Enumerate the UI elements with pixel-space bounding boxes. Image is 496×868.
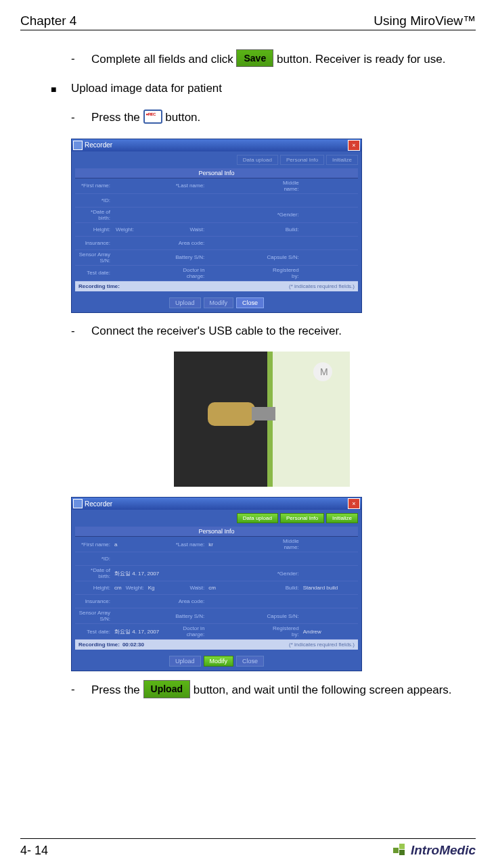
bullet-dash: - <box>71 323 91 340</box>
tab-initialize[interactable]: Initialize <box>326 513 358 523</box>
section-heading: Upload image data for patient <box>71 80 472 97</box>
company-logo: IntroMedic <box>393 843 476 858</box>
field-value: a <box>113 540 118 549</box>
field-label: Waist: <box>169 583 207 592</box>
upload-button[interactable]: Upload <box>169 297 201 308</box>
modify-button[interactable]: Modify <box>204 297 234 308</box>
svg-rect-7 <box>393 848 399 853</box>
bullet-dash: - <box>71 51 91 68</box>
page-number: 4- 14 <box>20 844 48 858</box>
field-label: Sensor Array S/N: <box>75 250 113 265</box>
tab-data-upload[interactable]: Data upload <box>237 513 278 523</box>
field-label: *ID: <box>75 554 113 563</box>
field-label: *Last name: <box>169 540 207 549</box>
field-value: kr <box>207 540 215 549</box>
instruction-text: Press the Upload button, and wait until … <box>91 681 472 699</box>
field-value: cm <box>207 583 217 592</box>
tab-data-upload[interactable]: Data upload <box>237 155 278 165</box>
field-label: *Date of birth: <box>75 566 113 581</box>
section-title: Personal Info <box>75 168 358 178</box>
upload-button[interactable]: Upload <box>169 656 201 667</box>
field-label: *Gender: <box>264 210 302 219</box>
field-label: Battery S/N: <box>169 612 207 621</box>
field-label: Area code: <box>169 239 207 247</box>
field-label: *Gender: <box>264 569 302 578</box>
field-value: cm <box>113 583 123 592</box>
close-icon[interactable]: × <box>348 140 360 151</box>
instruction-text: Press the button. <box>91 110 472 126</box>
window-icon <box>73 499 83 508</box>
svg-rect-8 <box>399 844 405 849</box>
field-label: *Date of birth: <box>75 208 113 222</box>
bullet-dash: - <box>71 110 91 126</box>
field-label: Middle name: <box>264 537 302 552</box>
svg-rect-3 <box>208 402 255 426</box>
bullet-dash: - <box>71 681 91 699</box>
upload-button[interactable]: Upload <box>143 680 190 698</box>
close-button[interactable]: Close <box>236 297 264 308</box>
page-header: Chapter 4 Using MiroView™ <box>20 14 476 30</box>
titlebar: Recorder × <box>72 498 361 510</box>
close-icon[interactable]: × <box>348 498 360 509</box>
field-label: Height: <box>75 225 113 234</box>
svg-rect-1 <box>269 352 350 487</box>
instruction-text: Connect the receiver's USB cable to the … <box>91 323 472 340</box>
field-label: Capsule S/N: <box>264 612 302 621</box>
recorder-dialog-screenshot-2: Recorder × Data upload Personal Info Ini… <box>71 497 362 671</box>
window-title: Recorder <box>85 500 112 508</box>
recording-time-label: Recording time:00:02:30 <box>78 642 144 648</box>
field-value: Kg <box>147 583 156 592</box>
field-value: 화요일 4. 17, 2007 <box>113 569 160 579</box>
field-label: Insurance: <box>75 597 113 606</box>
field-label: Middle name: <box>264 178 302 193</box>
recorder-dialog-screenshot-1: Recorder × Data upload Personal Info Ini… <box>71 139 362 313</box>
field-value: Standard build <box>302 583 340 592</box>
window-icon <box>73 141 83 150</box>
logo-icon <box>393 844 408 857</box>
field-label: Build: <box>264 225 302 234</box>
field-label: Capsule S/N: <box>264 253 302 262</box>
field-label: Test date: <box>75 627 113 636</box>
field-label: Waist: <box>169 225 207 234</box>
field-label: Test date: <box>75 268 113 277</box>
field-label: Weight: <box>123 583 147 592</box>
window-title: Recorder <box>85 141 112 149</box>
field-value: 화요일 4. 17, 2007 <box>113 627 160 637</box>
field-label: *ID: <box>75 196 113 205</box>
required-note: (* indicates required fields.) <box>289 283 355 289</box>
close-button[interactable]: Close <box>236 656 264 667</box>
logo-text: IntroMedic <box>411 843 476 858</box>
field-label: Doctor in charge: <box>169 266 207 281</box>
field-label: *First name: <box>75 181 113 190</box>
field-label: Registered by: <box>264 266 302 281</box>
titlebar: Recorder × <box>72 139 361 151</box>
recording-time-label: Recording time: <box>78 283 120 289</box>
field-label: Build: <box>264 583 302 592</box>
field-label: Weight: <box>113 225 137 234</box>
svg-rect-9 <box>399 850 405 855</box>
rec-icon[interactable] <box>143 110 162 124</box>
svg-text:M: M <box>320 366 328 377</box>
field-value: Andrew <box>302 627 323 636</box>
svg-rect-4 <box>252 407 275 420</box>
tab-personal-info[interactable]: Personal Info <box>280 513 324 523</box>
tab-personal-info[interactable]: Personal Info <box>280 155 324 165</box>
chapter-label: Chapter 4 <box>20 14 76 28</box>
tab-initialize[interactable]: Initialize <box>326 155 358 165</box>
instruction-text: Complete all fields and click Save butto… <box>91 51 472 68</box>
page-footer: 4- 14 IntroMedic <box>20 838 476 858</box>
bullet-square: ■ <box>51 80 71 97</box>
main-content: - Complete all fields and click Save but… <box>20 30 476 838</box>
usb-connection-photo: M <box>174 352 350 487</box>
section-title: Personal Info <box>75 527 358 537</box>
field-label: Battery S/N: <box>169 253 207 262</box>
modify-button[interactable]: Modify <box>204 656 234 667</box>
product-label: Using MiroView™ <box>374 14 476 28</box>
required-note: (* indicates required fields.) <box>289 642 355 648</box>
save-button[interactable]: Save <box>236 49 273 67</box>
field-label: *First name: <box>75 540 113 549</box>
field-label: Registered by: <box>264 624 302 639</box>
field-label: Doctor in charge: <box>169 624 207 639</box>
field-label: Height: <box>75 583 113 592</box>
field-label: *Last name: <box>169 181 207 190</box>
